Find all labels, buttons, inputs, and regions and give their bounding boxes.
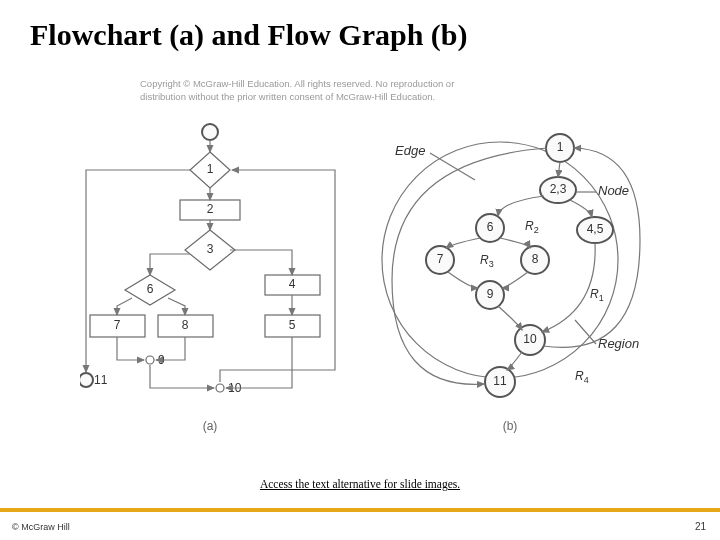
connector-9 (146, 356, 154, 364)
edge-6-7 (117, 298, 132, 315)
region-r3: R3 (480, 253, 494, 269)
annotation-edge: Edge (395, 143, 425, 158)
node-7-label: 7 (437, 252, 444, 266)
process-5-label: 5 (289, 318, 296, 332)
flowgraph-b: 1 2,3 4,5 6 7 8 9 10 11 R2 R3 R1 R4 Edge (382, 134, 640, 433)
copyright-line2: distribution without the prior written c… (140, 91, 435, 102)
node-11-label: 11 (493, 374, 507, 388)
gedge-9-10 (498, 306, 522, 330)
annotation-edge-pointer (430, 153, 475, 180)
gedge-8-9 (502, 272, 528, 288)
gedge-6-7 (446, 238, 480, 248)
start-node (202, 124, 218, 140)
end-node-11-label: 11 (94, 373, 108, 387)
node-8-label: 8 (532, 252, 539, 266)
gedge-1-23 (558, 162, 560, 177)
process-7-label: 7 (114, 318, 121, 332)
edge-7-9 (117, 337, 144, 360)
process-4-label: 4 (289, 277, 296, 291)
process-8-label: 8 (182, 318, 189, 332)
gedge-7-9 (448, 272, 478, 288)
node-1-label: 1 (557, 140, 564, 154)
node-2-3-label: 2,3 (550, 182, 567, 196)
gedge-45-10 (542, 243, 595, 332)
node-4-5-label: 4,5 (587, 222, 604, 236)
image-copyright: Copyright © McGraw-Hill Education. All r… (140, 78, 454, 104)
gedge-10-11 (507, 352, 522, 370)
slide-title: Flowchart (a) and Flow Graph (b) (30, 18, 468, 52)
region-r2: R2 (525, 219, 539, 235)
edge-6-8 (168, 298, 185, 315)
gedge-6-8 (500, 238, 530, 248)
edge-3-4 (230, 250, 292, 275)
edge-1-11 (86, 170, 190, 372)
diagram-figure: 1 2 3 4 5 6 7 8 9 10 (80, 120, 650, 450)
process-6-label: 6 (147, 282, 154, 296)
node-10-label: 10 (523, 332, 537, 346)
edge-9-10 (150, 365, 214, 388)
node-6-label: 6 (487, 220, 494, 234)
flowgraph-caption: (b) (503, 419, 518, 433)
process-2-label: 2 (207, 202, 214, 216)
flowchart-caption: (a) (203, 419, 218, 433)
page-number: 21 (695, 521, 706, 532)
annotation-node: Node (598, 183, 629, 198)
copyright-line1: Copyright © McGraw-Hill Education. All r… (140, 78, 454, 89)
region-r4: R4 (575, 369, 589, 385)
connector-10 (216, 384, 224, 392)
edge-3-6 (150, 254, 190, 275)
decision-3-label: 3 (207, 242, 214, 256)
gedge-23-6 (498, 196, 544, 216)
region-boundary (382, 142, 618, 378)
region-r1: R1 (590, 287, 604, 303)
node-9-label: 9 (487, 287, 494, 301)
annotation-region: Region (598, 336, 639, 351)
footer: © McGraw Hill 21 (0, 512, 720, 540)
decision-1-label: 1 (207, 162, 214, 176)
footer-copyright: © McGraw Hill (12, 522, 70, 532)
end-node-11 (80, 373, 93, 387)
gedge-23-45 (570, 200, 592, 217)
flowchart-a: 1 2 3 4 5 6 7 8 9 10 (80, 124, 335, 433)
text-alternative-link[interactable]: Access the text alternative for slide im… (0, 478, 720, 490)
